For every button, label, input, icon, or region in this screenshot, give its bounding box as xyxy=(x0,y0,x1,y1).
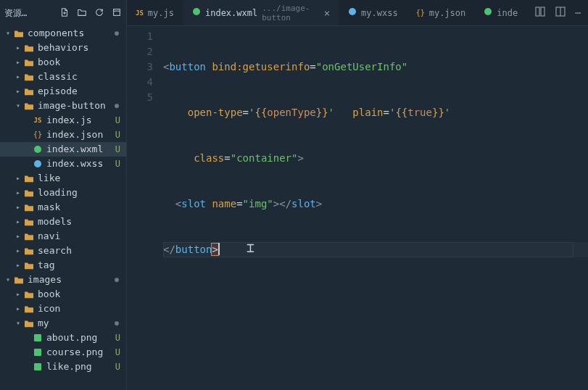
tree-file-index-wxml[interactable]: index.wxmlU xyxy=(0,142,126,157)
tree-folder-models[interactable]: ▸models xyxy=(0,215,126,229)
tree-folder-mask[interactable]: ▸mask xyxy=(0,200,126,215)
collapse-icon[interactable] xyxy=(112,7,122,20)
svg-rect-10 xyxy=(541,7,544,16)
tree-file-index-json[interactable]: {}index.jsonU xyxy=(0,128,126,142)
wxss-file-icon xyxy=(348,7,357,18)
more-actions-icon[interactable]: ⋯ xyxy=(575,7,581,18)
tree-folder-book[interactable]: ▸book xyxy=(0,55,126,70)
line-gutter: 1 2 3 4 5 xyxy=(127,26,163,390)
tab-index-wxml[interactable]: index.wxml.../image-button× xyxy=(183,0,339,25)
tree-file-about-png[interactable]: about.pngU xyxy=(0,331,126,345)
close-tab-icon[interactable]: × xyxy=(324,7,330,19)
refresh-icon[interactable] xyxy=(94,7,104,20)
tree-folder-search[interactable]: ▸search xyxy=(0,244,126,258)
editor-main: JSmy.js index.wxml.../image-button× my.w… xyxy=(127,0,588,390)
tree-folder-image-button[interactable]: ▾image-button● xyxy=(0,99,126,113)
tree-folder-behaviors[interactable]: ▸behaviors xyxy=(0,41,126,55)
tree-folder-components[interactable]: ▾components● xyxy=(0,26,126,41)
editor-cursor xyxy=(218,242,220,255)
tree-file-course-png[interactable]: course.pngU xyxy=(0,345,126,360)
tab-my-wxss[interactable]: my.wxss xyxy=(339,0,407,25)
svg-point-6 xyxy=(193,8,200,15)
tree-folder-classic[interactable]: ▸classic xyxy=(0,70,126,84)
svg-rect-5 xyxy=(34,363,41,370)
tree-folder-like[interactable]: ▸like xyxy=(0,171,126,186)
new-file-icon[interactable] xyxy=(59,7,70,20)
svg-rect-0 xyxy=(114,9,120,15)
code-editor[interactable]: 1 2 3 4 5 <button bind:getuserinfo="onGe… xyxy=(127,26,588,390)
sidebar-title: 资源… xyxy=(4,7,27,20)
wxml-file-icon xyxy=(484,7,492,18)
tree-folder-my[interactable]: ▾my● xyxy=(0,316,126,331)
tab-my-json[interactable]: {}my.json xyxy=(407,0,476,25)
code-content[interactable]: <button bind:getuserinfo="onGetUserInfo"… xyxy=(163,26,588,390)
tab-inde[interactable]: inde xyxy=(475,0,527,25)
json-file-icon: {} xyxy=(416,9,425,17)
explorer-sidebar: 资源… ▾components● ▸behaviors ▸book ▸class… xyxy=(0,0,127,390)
tree-folder-tag[interactable]: ▸tag xyxy=(0,258,126,273)
sidebar-header: 资源… xyxy=(0,3,126,26)
tree-folder-images[interactable]: ▾images● xyxy=(0,273,126,287)
tree-folder-loading[interactable]: ▸loading xyxy=(0,186,126,200)
tree-folder-navi[interactable]: ▸navi xyxy=(0,229,126,244)
tabs-bar: JSmy.js index.wxml.../image-button× my.w… xyxy=(127,0,588,26)
file-tree: ▾components● ▸behaviors ▸book ▸classic ▸… xyxy=(0,26,126,390)
svg-point-1 xyxy=(34,146,41,153)
compare-icon[interactable] xyxy=(534,6,546,20)
svg-point-7 xyxy=(349,8,356,15)
svg-rect-3 xyxy=(34,334,41,341)
tree-folder-book2[interactable]: ▸book xyxy=(0,287,126,302)
tree-folder-episode[interactable]: ▸episode xyxy=(0,84,126,99)
tab-my-js[interactable]: JSmy.js xyxy=(127,0,183,25)
tree-folder-icon[interactable]: ▸icon xyxy=(0,302,126,316)
svg-point-8 xyxy=(484,8,492,15)
split-editor-icon[interactable] xyxy=(555,6,566,20)
text-caret-icon: ⌶ xyxy=(247,240,254,255)
tree-file-like-png[interactable]: like.pngU xyxy=(0,360,126,374)
svg-rect-4 xyxy=(34,349,41,356)
svg-point-2 xyxy=(34,160,41,167)
tree-file-index-js[interactable]: JSindex.jsU xyxy=(0,113,126,128)
js-file-icon: JS xyxy=(136,9,144,17)
new-folder-icon[interactable] xyxy=(77,7,87,20)
wxml-file-icon xyxy=(192,7,201,18)
svg-rect-9 xyxy=(536,7,539,16)
tree-file-index-wxss[interactable]: index.wxssU xyxy=(0,157,126,171)
